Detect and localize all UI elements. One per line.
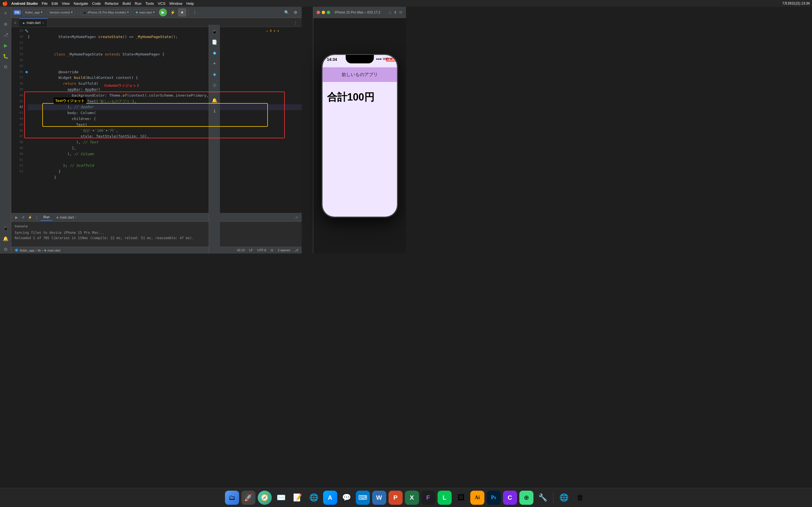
stop-button[interactable]: ■ xyxy=(178,8,186,16)
bottom-tab-file[interactable]: ◆ main.dart × xyxy=(54,214,80,221)
console-refresh-icon[interactable]: ↺ xyxy=(20,215,26,220)
sidebar-debug-icon[interactable]: 🐛 xyxy=(1,52,10,60)
ln-49: 49 xyxy=(11,145,23,151)
menu-app-name[interactable]: Android Studio xyxy=(11,1,38,6)
status-git-icon: ⎇ xyxy=(295,248,298,252)
rs-flutter-icon[interactable]: ◆ xyxy=(210,48,219,57)
status-right: 42:13 LF UTF-8 ⊡ 2 spaces ⎇ xyxy=(237,248,298,252)
console-line-1: Syncing files to device iPhone 15 Pro Ma… xyxy=(15,230,298,235)
preview-share-icon[interactable]: ⬆ xyxy=(394,10,397,15)
code-container: 29🔧 30 31 32 33 34 35 36🔷 37 38 39 40 41… xyxy=(11,27,302,213)
device-area: DEMO 14:34 ●●● WiFi ▪▪ 欲しいものアプリ xyxy=(313,18,406,253)
menu-build[interactable]: Build xyxy=(123,1,131,6)
more-button[interactable]: ⋮ xyxy=(191,8,199,16)
status-file-dart-icon: ◆ xyxy=(44,248,46,252)
rs-info-icon[interactable]: ℹ xyxy=(210,107,219,115)
sidebar-search-icon[interactable]: ⊕ xyxy=(1,20,10,28)
sidebar-extensions-icon[interactable]: ⧉ xyxy=(1,62,10,71)
code-line-38: appBar: AppBar( xyxy=(28,81,302,87)
ln-47: 47 xyxy=(11,133,23,139)
code-line-34 xyxy=(28,57,302,63)
rs-flutter2-icon[interactable]: ◈ xyxy=(210,70,219,78)
close-button[interactable] xyxy=(317,11,320,14)
status-bar: 🔷 flutter_app › lib › ◆ main.dart 42:13 … xyxy=(11,247,302,253)
ln-35: 35 xyxy=(11,63,23,69)
sidebar-notification-icon[interactable]: 🔔 xyxy=(1,234,10,243)
rs-notification-icon[interactable]: 🔔 xyxy=(210,96,219,105)
code-line-53: } xyxy=(28,169,302,175)
menu-vcs[interactable]: VCS xyxy=(158,1,165,6)
editor-area[interactable]: 29🔧 30 31 32 33 34 35 36🔷 37 38 39 40 41… xyxy=(11,27,302,213)
code-line-40: title: Text('欲しいものアプリ'), xyxy=(28,93,302,99)
rs-device-icon[interactable]: 📱 xyxy=(210,27,219,36)
menu-navigate[interactable]: Navigate xyxy=(73,1,88,6)
file-tab-main-dart[interactable]: ◆ main.dart × xyxy=(19,18,48,27)
hot-reload-button[interactable]: ⚡ xyxy=(168,8,176,16)
battery-icon: ▪▪ xyxy=(390,57,393,61)
code-line-41: ), // AppBar xyxy=(28,99,302,105)
hamburger-icon[interactable]: ≡ xyxy=(11,19,19,27)
file-tab-close[interactable]: × xyxy=(75,216,77,219)
ln-30: 30 xyxy=(11,34,23,40)
vcs-dropdown[interactable]: Version control ▾ xyxy=(47,9,75,15)
ln-48: 48 xyxy=(11,139,23,145)
menu-tools[interactable]: Tools xyxy=(146,1,154,6)
run-button[interactable]: ▶ xyxy=(159,8,167,16)
project-dropdown[interactable]: flutter_app ▾ xyxy=(22,9,45,15)
console-reload-icon[interactable]: ⚡ xyxy=(27,215,33,220)
code-line-44: Text( xyxy=(28,116,302,122)
sidebar-settings-icon[interactable]: ⚙ xyxy=(1,245,10,253)
ln-36: 36🔷 xyxy=(11,69,23,75)
menu-window[interactable]: Window xyxy=(169,1,183,6)
menu-edit[interactable]: Edit xyxy=(52,1,58,6)
menu-code[interactable]: Code xyxy=(92,1,101,6)
menu-refactor[interactable]: Refactor xyxy=(105,1,119,6)
menu-help[interactable]: Help xyxy=(186,1,194,6)
console-more-icon[interactable]: ⋮ xyxy=(34,215,40,220)
minimize-button[interactable] xyxy=(322,11,325,14)
console-run-icon[interactable]: ▶ xyxy=(13,215,19,220)
iphone-frame: DEMO 14:34 ●●● WiFi ▪▪ 欲しいものアプリ xyxy=(322,54,398,217)
sep-2 xyxy=(188,10,189,15)
preview-panel: iPhone 15 Pro Max – iOS 17.2 ⌂ ⬆ ⟳ DEMO … xyxy=(313,7,406,253)
ln-38: 38 xyxy=(11,81,23,87)
device-dropdown[interactable]: 📱 iPhone 15 Pro Max (mobile) ▾ xyxy=(80,9,132,15)
apple-menu[interactable]: 🍎 xyxy=(2,1,8,6)
status-sep2: › xyxy=(42,249,43,252)
chevron-down-icon-3: ▾ xyxy=(127,10,129,14)
console-line-2: Reloaded 1 of 705 libraries in 139ms (co… xyxy=(15,235,298,241)
status-project: 🔷 xyxy=(15,248,18,252)
ln-34: 34 xyxy=(11,57,23,63)
ln-44: 44 xyxy=(11,116,23,122)
sidebar-files-icon[interactable]: ≡ xyxy=(1,9,10,17)
file-dropdown[interactable]: ◆ main.dart ▾ xyxy=(133,9,157,15)
bottom-tab-run[interactable]: Run xyxy=(41,214,52,221)
settings-button[interactable]: ⚙ xyxy=(292,8,299,16)
vcs-label: Version control xyxy=(49,11,70,14)
sidebar-git-icon[interactable]: ⎇ xyxy=(1,31,10,39)
ln-43: 43 xyxy=(11,110,23,116)
maximize-button[interactable] xyxy=(327,11,330,14)
code-line-45: '合計'+'100'+'円', xyxy=(28,122,302,128)
ln-32: 32 xyxy=(11,46,23,52)
preview-home-icon[interactable]: ⌂ xyxy=(389,10,391,15)
app-title: 欲しいものアプリ xyxy=(327,72,393,78)
more-tabs-button[interactable]: ⋮ xyxy=(292,19,299,27)
preview-rotate-icon[interactable]: ⟳ xyxy=(399,10,403,15)
menu-view[interactable]: View xyxy=(62,1,70,6)
sidebar-device-icon[interactable]: 📱 xyxy=(1,224,10,232)
tab-close-button[interactable]: × xyxy=(42,21,44,24)
project-badge[interactable]: FA xyxy=(13,10,21,15)
app-content: 合計100円 xyxy=(322,82,397,217)
code-line-43: children: [ xyxy=(28,110,302,116)
menu-file[interactable]: File xyxy=(42,1,48,6)
menu-run[interactable]: Run xyxy=(135,1,142,6)
expand-console-icon[interactable]: ⤢ xyxy=(294,215,299,220)
sidebar-run-icon[interactable]: ▶ xyxy=(1,41,10,50)
rs-flutter3-icon[interactable]: ◇ xyxy=(210,80,219,89)
status-project-path: 🔷 flutter_app › lib › ◆ main.dart xyxy=(15,248,60,252)
rs-bookmark-icon[interactable]: 📑 xyxy=(210,38,219,46)
rs-star-icon[interactable]: ✦ xyxy=(210,59,219,68)
search-button[interactable]: 🔍 xyxy=(283,8,290,16)
line-numbers: 29🔧 30 31 32 33 34 35 36🔷 37 38 39 40 41… xyxy=(11,27,26,213)
